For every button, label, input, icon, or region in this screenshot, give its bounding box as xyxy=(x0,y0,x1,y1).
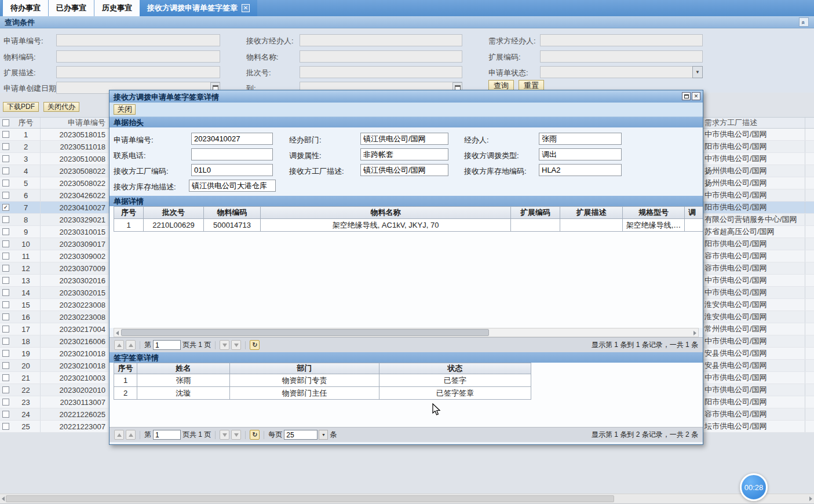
hscroll-thumb[interactable] xyxy=(121,329,489,336)
page-hscroll-thumb[interactable] xyxy=(6,495,614,502)
row-checkbox[interactable] xyxy=(2,301,9,308)
per-page-dropdown-icon[interactable]: ▼ xyxy=(319,430,328,440)
row-checkbox[interactable] xyxy=(2,277,9,284)
record-count-info: 显示第 1 条到 1 条记录，一共 1 条 xyxy=(592,340,698,350)
page-number-input[interactable] xyxy=(153,340,181,350)
row-checkbox[interactable] xyxy=(2,350,9,357)
window-restore-icon[interactable] xyxy=(682,92,691,100)
first-page-icon xyxy=(117,344,122,347)
query-field-input[interactable] xyxy=(56,34,220,46)
row-checkbox[interactable] xyxy=(2,289,9,296)
row-seq: 19 xyxy=(12,348,41,359)
next-page-button[interactable] xyxy=(220,340,229,350)
first-page-button[interactable] xyxy=(114,430,124,440)
dropdown-arrow-icon[interactable]: ▼ xyxy=(692,66,703,78)
query-field-input[interactable] xyxy=(56,50,220,63)
next-page-button[interactable] xyxy=(220,430,229,440)
row-checkbox[interactable] xyxy=(2,362,9,369)
row-app-no: 20230217004 xyxy=(41,323,108,335)
dialog-field-input[interactable] xyxy=(191,133,273,145)
query-field-input[interactable] xyxy=(540,34,703,46)
row-checkbox[interactable] xyxy=(2,167,9,174)
row-checkbox[interactable] xyxy=(2,338,9,345)
row-checkbox[interactable] xyxy=(2,411,9,418)
close-todo-button[interactable]: 关闭代办 xyxy=(43,102,79,112)
page-hscrollbar[interactable] xyxy=(0,494,814,503)
download-pdf-button[interactable]: 下载PDF xyxy=(3,102,39,112)
query-field-input[interactable] xyxy=(300,50,462,63)
prev-page-button[interactable] xyxy=(126,430,136,440)
row-checkbox[interactable] xyxy=(2,313,9,320)
tab-receiver-transfer-sign[interactable]: 接收方调拨申请单签字签章 ✕ xyxy=(140,0,257,16)
window-close-icon[interactable]: ✕ xyxy=(692,92,700,100)
dialog-field-input[interactable] xyxy=(191,164,273,176)
row-checkbox[interactable] xyxy=(2,399,9,406)
row-checkbox[interactable] xyxy=(2,143,9,150)
query-field-label: 批次号: xyxy=(246,68,271,78)
first-page-button[interactable] xyxy=(114,340,124,350)
prev-page-button[interactable] xyxy=(126,340,136,350)
dialog-field-input[interactable] xyxy=(360,164,448,176)
row-demand-desc: 中市供电公司/国网 xyxy=(701,275,805,286)
row-demand-desc: 苏省超高压公司/国网 xyxy=(701,226,805,238)
dialog-field-input[interactable] xyxy=(539,133,622,145)
select-all-checkbox[interactable] xyxy=(2,119,9,126)
dialog-field-input[interactable] xyxy=(360,133,448,145)
grid-header-cell: 部门 xyxy=(230,363,379,374)
query-field-input[interactable] xyxy=(56,66,220,78)
tab-todo[interactable]: 待办事宜 xyxy=(2,0,48,16)
query-field-label: 扩展编码: xyxy=(488,52,521,63)
tab-close-icon[interactable]: ✕ xyxy=(242,4,250,12)
row-checkbox[interactable] xyxy=(2,131,9,138)
row-checkbox[interactable] xyxy=(2,216,9,223)
query-field-input[interactable] xyxy=(540,50,703,63)
query-field-input[interactable] xyxy=(300,66,462,78)
row-checkbox[interactable] xyxy=(2,240,9,247)
query-field-input[interactable] xyxy=(300,34,462,46)
dialog-field-input[interactable] xyxy=(360,148,448,160)
row-checkbox[interactable] xyxy=(2,423,9,430)
row-checkbox[interactable] xyxy=(2,192,9,199)
dialog-field-input[interactable] xyxy=(539,164,622,176)
row-app-no: 20230223008 xyxy=(41,311,108,323)
dialog-title-bar[interactable]: 接收方调拨申请单签字签章详情 ✕ xyxy=(109,90,703,103)
scroll-left-icon[interactable] xyxy=(2,496,5,501)
row-checkbox[interactable]: ✓ xyxy=(2,204,9,211)
scroll-left-icon[interactable] xyxy=(116,331,119,335)
tab-done[interactable]: 已办事宜 xyxy=(48,0,94,16)
row-checkbox[interactable] xyxy=(2,180,9,187)
row-demand-desc: 阳市供电公司/国网 xyxy=(701,396,805,408)
query-field-input[interactable] xyxy=(540,66,703,78)
dialog-field-input[interactable] xyxy=(539,148,622,160)
row-checkbox[interactable] xyxy=(2,253,9,260)
timer-bubble[interactable]: 00:28 xyxy=(740,473,768,501)
row-demand-desc: 中市供电公司/国网 xyxy=(701,384,805,396)
page-number-input[interactable] xyxy=(153,430,181,440)
grid-cell: 已签字签章 xyxy=(379,387,531,400)
first-page-icon xyxy=(117,433,122,437)
row-seq: 23 xyxy=(12,396,41,408)
row-app-no: 20230210018 xyxy=(41,348,108,359)
detail-table-hscrollbar[interactable] xyxy=(114,328,699,337)
dialog-field-input[interactable] xyxy=(189,180,276,192)
row-checkbox[interactable] xyxy=(2,155,9,162)
scroll-right-icon[interactable] xyxy=(693,331,696,335)
dialog-field-label: 接收方库存地编码: xyxy=(464,166,527,177)
col-app-no: 申请单编号 xyxy=(41,118,108,128)
last-page-button[interactable] xyxy=(231,340,241,350)
row-checkbox[interactable] xyxy=(2,228,9,235)
refresh-button[interactable]: ↻ xyxy=(250,430,260,440)
row-checkbox[interactable] xyxy=(2,374,9,381)
dialog-field-input[interactable] xyxy=(191,148,273,160)
refresh-button[interactable]: ↻ xyxy=(250,340,260,350)
scroll-right-icon[interactable] xyxy=(809,496,812,501)
collapse-panel-button[interactable]: « xyxy=(799,17,809,27)
row-demand-desc: 阳市供电公司/国网 xyxy=(701,141,805,152)
row-checkbox[interactable] xyxy=(2,265,9,272)
row-checkbox[interactable] xyxy=(2,326,9,333)
close-dialog-button[interactable]: 关闭 xyxy=(114,104,136,115)
row-checkbox[interactable] xyxy=(2,386,9,393)
per-page-input[interactable] xyxy=(284,430,317,440)
tab-history[interactable]: 历史事宜 xyxy=(94,0,140,16)
last-page-button[interactable] xyxy=(231,430,241,440)
